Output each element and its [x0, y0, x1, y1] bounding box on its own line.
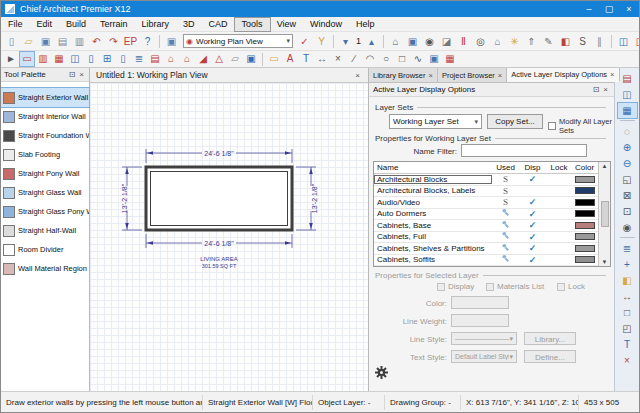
display-checkmark[interactable]: ✓	[519, 232, 546, 242]
layer-row-cabinets-full[interactable]: Cabinets, Full✓	[374, 232, 598, 244]
layer-color-swatch[interactable]	[575, 210, 595, 217]
cad-detail-icon[interactable]: ▦	[443, 52, 457, 66]
layer-color-swatch[interactable]	[575, 245, 595, 252]
project-browser-icon[interactable]: ◫	[618, 87, 637, 102]
palette-item-straight-foundation-wall[interactable]: Straight Foundation Wall	[1, 126, 89, 145]
doorway-icon[interactable]: ▯	[116, 52, 130, 66]
close-button[interactable]: ×	[619, 1, 639, 17]
draw-circle-icon[interactable]: ○	[379, 52, 393, 66]
minimize-button[interactable]: –	[579, 1, 599, 17]
menu-build[interactable]: Build	[59, 18, 93, 31]
layer-name[interactable]: Cabinets, Full	[374, 232, 492, 241]
close-icon[interactable]: ×	[429, 71, 433, 80]
wall-elevation-icon[interactable]: ◫	[616, 34, 631, 49]
polyline-icon[interactable]: ∿	[411, 52, 425, 66]
float-panel-icon[interactable]: ⊡	[591, 85, 602, 94]
menu-file[interactable]: File	[1, 18, 30, 31]
line-weight-input[interactable]	[451, 314, 509, 327]
floor-up-icon[interactable]: ▴	[364, 34, 379, 49]
checkbox-box[interactable]	[486, 283, 494, 291]
display-checkmark[interactable]: ✓	[519, 255, 546, 265]
dimension-label-left[interactable]: 13'-2 1/8"	[121, 183, 128, 213]
floor-overview-icon[interactable]: ⌂	[490, 34, 505, 49]
render-settings-icon[interactable]: ◉	[422, 34, 437, 49]
adjust-wrench-icon[interactable]: Y	[314, 34, 329, 49]
column-header-color[interactable]: Color	[572, 163, 597, 172]
palette-item-slab-footing[interactable]: Slab Footing	[1, 145, 89, 164]
palette-item-straight-glass-pony-wall[interactable]: Straight Glass Pony Wall	[1, 202, 89, 221]
layer-sets-icon[interactable]: ≣	[618, 241, 637, 256]
render-camera-icon[interactable]: ▣	[405, 34, 420, 49]
close-icon[interactable]: ×	[77, 70, 86, 79]
fill-window-icon[interactable]: ⊠	[618, 188, 637, 203]
layer-row-auto-dormers[interactable]: Auto Dormers✓	[374, 209, 598, 221]
doll-house-view-icon[interactable]: ◫	[633, 34, 640, 49]
close-icon[interactable]: ×	[353, 71, 362, 80]
layer-row-architectural-blocks-labels[interactable]: Architectural Blocks, LabelsS	[374, 186, 598, 198]
rectangular-selection-icon[interactable]: □	[618, 305, 637, 320]
railing-icon[interactable]: ▥	[36, 52, 50, 66]
door-icon[interactable]: ▯	[84, 52, 98, 66]
text-styles-icon[interactable]: T	[618, 337, 637, 352]
color-cell[interactable]	[572, 187, 597, 194]
layer-name[interactable]: Cabinets, Base	[374, 221, 492, 230]
library-browser-icon[interactable]: ▤	[618, 71, 637, 86]
menu-tools[interactable]: Tools	[235, 18, 270, 31]
text-style-icon[interactable]: T	[299, 52, 313, 66]
color-chooser-icon[interactable]: ◧	[618, 273, 637, 288]
display-checkmark[interactable]: ✓	[519, 174, 546, 184]
copy-set-button[interactable]: Copy Set...	[487, 114, 543, 129]
layer-name[interactable]: Audio/Video	[374, 198, 492, 207]
delete-objects-icon[interactable]: ×	[618, 353, 637, 368]
layer-set-dropdown[interactable]: Working Layer Set ▾	[389, 114, 482, 129]
menu-cad[interactable]: CAD	[202, 18, 235, 31]
selected-object-zoom-icon[interactable]: ◌	[618, 124, 637, 139]
column-header-disp[interactable]: Disp	[519, 163, 546, 172]
library-button[interactable]: Library...	[524, 332, 576, 345]
fill-window-building-icon[interactable]: ⊡	[618, 204, 637, 219]
menu-terrain[interactable]: Terrain	[93, 18, 135, 31]
palette-item-room-divider[interactable]: Room Divider	[1, 240, 89, 259]
layer-color-swatch[interactable]	[575, 176, 595, 183]
layer-name[interactable]: Architectural Blocks	[374, 175, 492, 184]
gear-icon[interactable]	[375, 366, 388, 381]
hatch-material-icon[interactable]: ∥	[592, 34, 607, 49]
sliding-door-icon[interactable]: ⊞	[100, 52, 114, 66]
help-icon[interactable]: ?	[140, 34, 155, 49]
layer-row-cabinets-shelves-partitions[interactable]: Cabinets, Shelves & Partitions✓	[374, 243, 598, 255]
menu-help[interactable]: Help	[349, 18, 382, 31]
palette-item-straight-half-wall[interactable]: Straight Half-Wall	[1, 221, 89, 240]
line-style-dropdown[interactable]: ——————— ▾	[451, 332, 517, 345]
display-checkmark[interactable]: ✓	[519, 209, 546, 219]
palette-item-straight-pony-wall[interactable]: Straight Pony Wall	[1, 164, 89, 183]
cabinet-icon[interactable]: ▤	[148, 52, 162, 66]
lock-checkbox[interactable]: Lock	[557, 282, 585, 291]
color-swatch-button[interactable]	[451, 296, 509, 309]
display-checkbox[interactable]: Display	[437, 282, 474, 291]
material-painter-icon[interactable]: ◧	[558, 34, 573, 49]
zoom-in-icon[interactable]: ⊕	[618, 140, 637, 155]
layer-row-architectural-blocks[interactable]: Architectural BlocksS✓	[374, 174, 598, 186]
palette-item-straight-exterior-wall[interactable]: Straight Exterior Wall	[1, 88, 89, 107]
soffit-icon[interactable]: ▱	[228, 52, 242, 66]
perspective-overview-icon[interactable]: ◪	[439, 34, 454, 49]
menu-library[interactable]: Library	[135, 18, 177, 31]
color-cell[interactable]	[572, 176, 597, 183]
print-icon[interactable]: ▤	[55, 34, 70, 49]
checkbox-box[interactable]	[557, 283, 565, 291]
checkbox-box[interactable]	[437, 283, 445, 291]
layer-name[interactable]: Cabinets, Soffits	[374, 255, 492, 264]
deck-railing-icon[interactable]: ▦	[52, 52, 66, 66]
draw-line-icon[interactable]: ∕	[347, 52, 361, 66]
layer-color-swatch[interactable]	[575, 256, 595, 263]
column-header-name[interactable]: Name	[374, 163, 492, 172]
3d-box-icon[interactable]: ▣	[244, 52, 258, 66]
library-fixture-icon[interactable]: ⌂	[180, 52, 194, 66]
close-icon[interactable]: ×	[498, 71, 502, 80]
print-preview-icon[interactable]: ▥	[72, 34, 87, 49]
color-cell[interactable]	[572, 233, 597, 240]
select-objects-icon[interactable]: ►	[4, 52, 18, 66]
menu-view[interactable]: View	[270, 18, 303, 31]
name-filter-input[interactable]	[461, 144, 587, 157]
saved-plan-views-icon[interactable]: ▣	[164, 34, 179, 49]
